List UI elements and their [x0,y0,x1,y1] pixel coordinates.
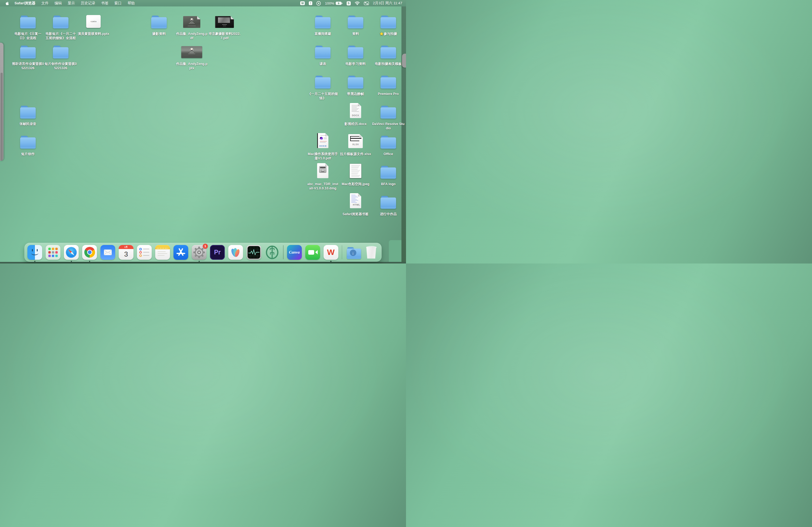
desktop-icon[interactable]: XLSX拉片模板源文件.xlsx [339,136,372,156]
desktop-icon[interactable]: DaVinci Resolve Studio [372,106,405,131]
pptx-inner-title: 演员黄晋祺 [86,15,101,28]
desktop-icon[interactable]: 电影短片《日复一日》全流程 [12,16,44,40]
desktop-icon-label: 张献民录音 [12,122,44,126]
dock-wps-office-icon[interactable]: W [323,245,338,260]
battery-status[interactable]: 100% [325,1,343,5]
dock-settings-icon[interactable]: 1 [192,245,206,260]
dock-facetime-icon[interactable] [305,245,320,260]
pptx-thumbnail: 演员黄晋祺 [86,15,101,28]
page-fold-corner [358,103,361,106]
desktop-icon-label: 《一月二十五前的烦恼》 [306,92,339,100]
dock-trash-icon[interactable] [364,245,379,260]
dock-heartbeat-monitor-icon[interactable] [246,245,261,260]
portrait-avatar [190,18,193,21]
desktop-icon[interactable]: 摄影资料 [143,16,175,36]
calendar-day: 3 [119,249,133,260]
desktop-icon[interactable]: 电影短片《一月二十五前的烦恼》全流程 [44,16,77,40]
dock-safari-icon[interactable] [64,245,79,260]
dock-finder-icon[interactable] [27,245,42,260]
desktop-icon[interactable]: 作品集_AndyZeng.pptx [175,46,208,70]
desktop-icon[interactable]: 毕京豪摄影资料2022.7.pdf [208,16,241,40]
menu-item[interactable]: 帮助 [128,1,135,5]
control-center-icon[interactable] [364,2,369,5]
dock-calendar-icon[interactable]: 2月3 [119,245,133,260]
dock-app-store-icon[interactable] [173,245,188,260]
launchpad-grid [48,248,58,257]
desktop-icon[interactable]: abc_mac_TDR_install-V1.0.0.10.dmg [306,166,339,191]
desktop-icon[interactable]: Mac操作系统使用手册V1.0.pdf [306,136,339,161]
active-app-menu[interactable]: Safari浏览器 [14,1,35,6]
desktop-icon[interactable]: 张献民录音 [12,106,44,126]
menu-bar-clock[interactable]: 2月3日 周六 11:47 [373,1,402,6]
dock-chrome-icon[interactable] [82,245,97,260]
desktop-icon-layer: 电影短片《日复一日》全流程电影短片《一月二十五前的烦恼》全流程演员黄晋祺演员黄晋… [0,0,406,264]
app-tile-bg [137,245,152,260]
folder-body [380,17,396,28]
dock-separator [342,245,342,259]
desktop-icon-label: 视听语言作业黄晋祺05221326 [12,62,44,70]
desktop-icon[interactable]: 课表 [306,46,339,66]
screen-record-tray-icon[interactable] [316,1,321,6]
folder-body [380,77,396,89]
desktop-icon[interactable]: Mac色彩空间.jpeg [339,166,372,186]
menu-item[interactable]: 编辑 [55,1,62,5]
dock-notes-icon[interactable] [155,245,170,260]
desktop-icon[interactable]: 电影拍摄相关模板 [372,46,405,66]
menu-item[interactable]: 文件 [41,1,48,5]
menu-item[interactable]: 历史记录 [81,1,95,5]
dock-abc-bank-icon[interactable] [265,245,279,260]
trash-art [366,246,376,259]
menu-item[interactable]: 书签 [101,1,108,5]
pdf-thumbnail [317,133,329,148]
desktop-icon[interactable]: 作品集_AndyZeng.pdf [175,16,208,40]
desktop-icon[interactable]: 带黑边静帧 [339,76,372,96]
macos-desktop: { "colors": { "wallpaper_green": "#7cc09… [0,0,406,264]
folder-body [348,47,363,59]
facetime-camera-lens [315,250,318,254]
menu-item[interactable]: 窗口 [114,1,122,5]
folder-icon [315,16,331,28]
desktop-icon[interactable]: 《一月二十五前的烦恼》 [306,76,339,100]
dock-downloads-folder-icon[interactable]: ↓ [346,245,360,260]
desktop-icon[interactable]: DOCX影视经历.docx [339,106,372,126]
running-indicator-dot [199,261,200,262]
desktop-icon[interactable]: 电影学习资料 [339,46,372,66]
folder-body [315,47,331,59]
jpeg-thumbnail [350,164,361,178]
folder-body [53,17,69,28]
apple-menu-icon[interactable] [5,1,9,5]
dock-premiere-pro-icon[interactable]: Pr [210,245,225,260]
input-method-tray-icon[interactable]: S [347,1,351,5]
app-tile-bg [155,245,170,260]
desktop-icon[interactable]: 进行中作品 [372,196,405,216]
desktop-icon[interactable]: 短片创作 [12,136,44,156]
alert-tray-icon[interactable]: ! [309,1,312,5]
desktop-icon[interactable]: 短片创作作业黄晋祺05221326 [44,46,77,70]
folder-body [380,107,396,119]
desktop-icon[interactable]: Office [372,136,405,156]
dock-canva-icon[interactable]: Canva [287,245,302,260]
desktop-icon[interactable]: Premiere Pro [372,76,405,96]
desktop-icon[interactable]: 演员黄晋祺演员黄晋祺资料.pptx [77,16,110,36]
dock-reminders-icon[interactable] [137,245,152,260]
desktop-icon-label: DaVinci Resolve Studio [372,122,405,131]
desktop-icon[interactable]: 资料 [339,16,372,36]
app-tile-bg [82,245,97,260]
wps-tray-icon[interactable]: W [300,1,305,5]
mini-device-icon [325,146,326,147]
desktop-icon[interactable]: HTMLSafari浏览器书签 [339,196,372,216]
folder-body [315,77,331,89]
folder-body [348,17,363,28]
menu-item[interactable]: 显示 [68,1,75,5]
dock-launchpad-icon[interactable] [46,245,60,260]
desktop-icon-label: 短片创作 [12,152,44,156]
folder-icon [380,196,396,209]
desktop-icon[interactable]: BFA logo [372,166,405,186]
app-tile-bg: 2月3 [119,245,133,260]
desktop-icon[interactable]: ⭐参与拍摄 [372,16,405,36]
dock-mail-icon[interactable] [100,245,115,260]
dock-mindnode-icon[interactable] [228,245,243,260]
wifi-icon[interactable] [355,1,360,5]
desktop-icon[interactable]: 视听语言作业黄晋祺05221326 [12,46,44,70]
desktop-icon[interactable]: 直播间搭建 [306,16,339,36]
